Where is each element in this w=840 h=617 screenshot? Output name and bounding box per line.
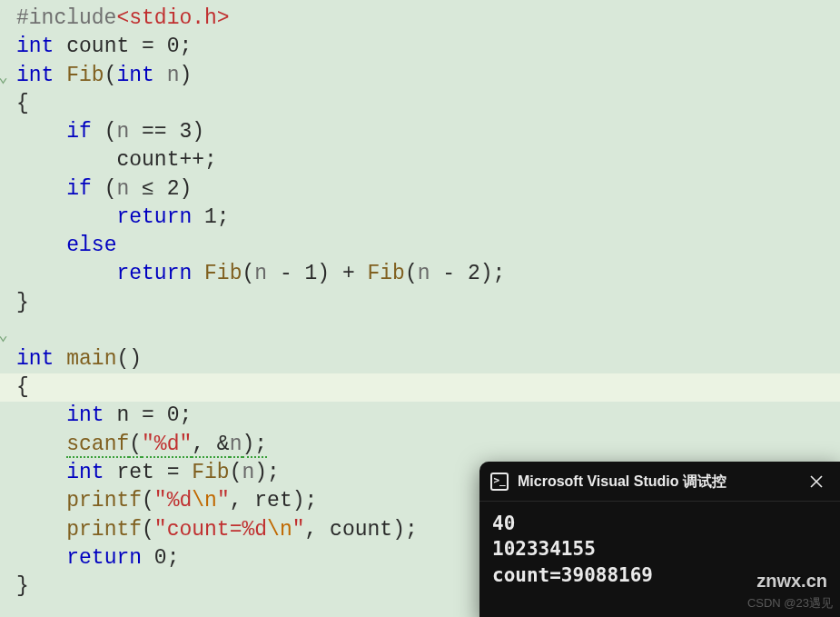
debug-console-window[interactable]: >_ Microsoft Visual Studio 调试控 40 102334… xyxy=(479,462,840,617)
code-line[interactable]: if (n == 3) xyxy=(0,118,840,146)
fold-icon[interactable]: ⌄ xyxy=(0,324,13,339)
code-line[interactable]: if (n ≤ 2) xyxy=(0,175,840,204)
code-line[interactable]: scanf("%d", &n); xyxy=(0,431,840,459)
code-line[interactable]: int Fib(int n) xyxy=(0,62,840,90)
code-line[interactable]: return 1; xyxy=(0,204,840,232)
terminal-icon: >_ xyxy=(490,473,509,491)
code-line[interactable]: } xyxy=(0,289,840,317)
console-title: Microsoft Visual Studio 调试控 xyxy=(518,472,795,492)
console-output[interactable]: 40 102334155 count=39088169 xyxy=(479,502,840,597)
close-button[interactable] xyxy=(804,469,829,494)
code-line[interactable]: int main() xyxy=(0,345,840,373)
code-line-active[interactable]: { xyxy=(0,373,840,402)
code-line[interactable]: return Fib(n - 1) + Fib(n - 2); xyxy=(0,260,840,288)
console-titlebar[interactable]: >_ Microsoft Visual Studio 调试控 xyxy=(479,462,840,502)
code-line[interactable]: { xyxy=(0,90,840,118)
code-line[interactable]: else xyxy=(0,232,840,260)
code-line[interactable]: #include<stdio.h> xyxy=(0,5,840,33)
code-line[interactable]: count++; xyxy=(0,146,840,174)
close-icon xyxy=(810,475,823,488)
code-line[interactable]: int n = 0; xyxy=(0,402,840,430)
fold-icon[interactable]: ⌄ xyxy=(0,66,13,81)
code-line[interactable] xyxy=(0,317,840,345)
code-line[interactable]: int count = 0; xyxy=(0,33,840,61)
